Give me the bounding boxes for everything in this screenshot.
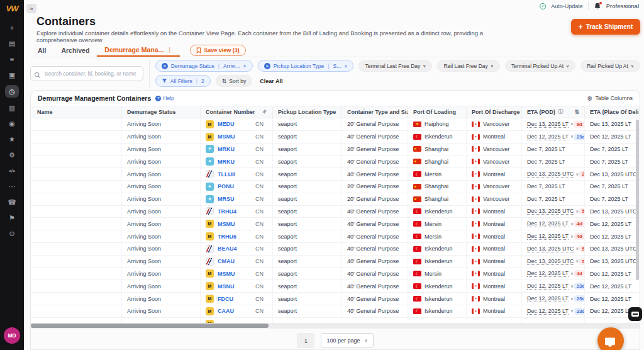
container-number-link[interactable]: MRKU [218, 159, 235, 165]
col-header-container-number[interactable]: Container Number [201, 106, 273, 118]
container-number-link[interactable]: MSNU [218, 283, 235, 290]
col-header-port-of-loading[interactable]: Port Of Loading [408, 106, 467, 118]
phone-icon[interactable]: ☎ [5, 196, 19, 208]
table-row[interactable]: Arriving Soon M MSMU CN seaport 40' Gene… [31, 218, 640, 230]
bar-chart-icon[interactable]: ▥ [5, 102, 19, 113]
auto-update-label[interactable]: Auto-Update [551, 3, 583, 9]
per-page-dropdown[interactable]: 100 per page ∨ [321, 333, 373, 348]
notifications-bell-icon[interactable] [594, 3, 601, 10]
plan-label[interactable]: Professional [606, 3, 639, 9]
table-row[interactable]: Arriving Soon ✶ PONU CN seaport 20' Gene… [31, 181, 640, 193]
tab-demurrage-mana[interactable]: Demurrage Mana...⋮ [97, 43, 180, 57]
col-header-demurrage-status[interactable]: Demurrage Status [122, 106, 201, 118]
filter-chip-terminal-last-free-day[interactable]: Terminal Last Free Day∨ [358, 60, 432, 72]
document-icon[interactable]: ▤ [5, 38, 19, 49]
track-shipment-button[interactable]: + Track Shipment [571, 19, 640, 35]
kebab-menu-icon[interactable]: ⋮ [167, 47, 172, 53]
clear-all-button[interactable]: Clear All [260, 78, 282, 84]
table-row[interactable]: Arriving Soon ✶ MRKU CN seaport 20' Gene… [31, 144, 640, 156]
note-widget-button[interactable] [628, 307, 642, 321]
user-avatar[interactable]: MD [4, 327, 20, 344]
help-link[interactable]: ? Help [155, 95, 174, 101]
container-number-link[interactable]: BEAU4 [218, 246, 237, 252]
container-number-link[interactable]: MSMU [218, 221, 235, 227]
tab-all[interactable]: All [30, 43, 53, 57]
info-icon[interactable]: ⓘ [558, 108, 564, 116]
save-view-button[interactable]: Save view (3) [190, 45, 246, 56]
table-columns-button[interactable]: ⚙ Table Columns [587, 95, 633, 102]
col-header-eta-place-of-delivery[interactable]: ETA (Place Of Deli [585, 106, 640, 118]
chevron-down-icon[interactable]: ∨ [570, 296, 574, 302]
filter-chip-rail-last-free-day[interactable]: Rail Last Free Day∨ [437, 60, 500, 72]
filter-chip-terminal-picked-up-at[interactable]: Terminal Picked Up At∨ [505, 60, 575, 72]
container-number-link[interactable]: MSMU [218, 133, 235, 140]
table-row[interactable]: Arriving Soon M MSMU CN seaport 40' Gene… [31, 268, 640, 281]
active-filter-chip[interactable]: ✕Demurrage Status|Arrivi...∨ [155, 60, 253, 72]
table-row[interactable]: Arriving Soon M MSMU CN seaport 40' Gene… [31, 131, 640, 144]
table-row[interactable]: M [31, 318, 640, 323]
container-number-link[interactable]: MSMU [218, 271, 235, 277]
horizontal-scrollbar-thumb[interactable] [31, 324, 269, 328]
table-row[interactable]: Arriving Soon ✶ MRSU CN seaport 20' Gene… [31, 193, 640, 206]
table-row[interactable]: Arriving Soon M MSNU CN seaport 40' Gene… [31, 280, 640, 293]
table-row[interactable]: Arriving Soon M CAAU CN seaport 40' Gene… [31, 305, 640, 318]
chevron-down-icon[interactable]: ∨ [570, 121, 574, 127]
vertical-scrollbar-thumb[interactable] [636, 120, 639, 280]
table-row[interactable]: Arriving Soon TRHU4 CN seaport 40' Gener… [31, 206, 640, 218]
col-header-eta-pod[interactable]: ETA (POD) ⓘ ⇅ [522, 106, 585, 118]
container-number-link[interactable]: CAAU [218, 308, 234, 314]
flag-icon[interactable]: ⚑ [5, 212, 19, 223]
remove-filter-icon[interactable]: ✕ [264, 63, 270, 69]
info-icon[interactable]: ◉ [5, 118, 19, 129]
chat-launcher-button[interactable] [597, 327, 624, 350]
search-input[interactable] [30, 66, 143, 81]
container-number-link[interactable]: MEDU [218, 121, 235, 127]
app-logo[interactable]: VW [6, 4, 18, 13]
table-row[interactable]: Arriving Soon M FDCU CN seaport 40' Gene… [31, 293, 640, 305]
chevron-down-icon[interactable]: ∨ [570, 308, 574, 313]
clock-icon[interactable]: ◷ [5, 85, 19, 98]
chevron-down-icon[interactable]: ∨ [570, 234, 574, 239]
pin-icon[interactable] [262, 109, 267, 116]
active-filter-chip[interactable]: ✕Pickup Location Type|S...∨ [258, 60, 354, 72]
col-header-name[interactable]: Name [31, 106, 122, 118]
table-row[interactable]: Arriving Soon CMAU CN seaport 40' Genera… [31, 256, 640, 268]
gear-icon[interactable]: ⚙ [5, 149, 19, 161]
table-row[interactable]: Arriving Soon BEAU4 CN seaport 40' Gener… [31, 243, 640, 256]
list-icon[interactable]: ≡ [5, 54, 19, 65]
star-icon[interactable]: ★ [5, 133, 19, 145]
sort-by-button[interactable]: ⇅ Sort by [216, 75, 252, 87]
container-number-link[interactable]: TRHU4 [218, 208, 236, 215]
table-row[interactable]: Arriving Soon M MEDU CN seaport 20' Gene… [31, 118, 640, 131]
container-number-link[interactable]: MRKU [218, 146, 235, 152]
more-icon[interactable]: ⋯ [5, 181, 19, 192]
sidebar-expand-button[interactable]: » [26, 4, 36, 13]
container-number-link[interactable]: PONU [218, 183, 234, 189]
col-header-port-of-discharge[interactable]: Port Of Discharge [467, 106, 522, 118]
tab-archived[interactable]: Archived [53, 43, 97, 57]
chevron-down-icon[interactable]: ∨ [570, 222, 574, 227]
chevron-down-icon[interactable]: ∨ [570, 134, 574, 139]
col-header-container-type-size[interactable]: Container Type and Size [342, 106, 408, 118]
table-row[interactable]: Arriving Soon M TRHU6 CN seaport 40' Gen… [31, 230, 640, 243]
code-icon[interactable]: </> [5, 165, 19, 176]
table-row[interactable]: Arriving Soon TLLU8 CN seaport 40' Gener… [31, 168, 640, 181]
remove-filter-icon[interactable]: ✕ [162, 63, 168, 69]
container-number-link[interactable]: FDCU [218, 296, 233, 302]
chevron-down-icon[interactable]: ∨ [570, 284, 574, 289]
table-row[interactable]: Arriving Soon ✶ MRKU CN seaport 40' Gene… [31, 155, 640, 168]
plus-icon[interactable]: + [5, 22, 19, 33]
container-number-link[interactable]: CMAU [218, 258, 235, 264]
container-number-link[interactable]: MRSU [218, 196, 235, 202]
horizontal-scrollbar[interactable] [31, 323, 640, 329]
container-number-link[interactable]: TLLU8 [218, 171, 235, 178]
power-icon[interactable]: ⊙ [5, 228, 19, 239]
col-header-pickup-location-type[interactable]: Pickup Location Type [273, 106, 342, 118]
column-sort-icon[interactable]: ⇅ [574, 109, 579, 115]
archive-icon[interactable]: ▣ [5, 69, 19, 81]
container-number-link[interactable]: TRHU6 [218, 234, 236, 240]
all-filters-button[interactable]: All Filters | 2 [155, 75, 211, 87]
chevron-down-icon[interactable]: ∨ [570, 271, 574, 276]
page-number-button[interactable]: 1 [297, 333, 314, 348]
filter-chip-rail-picked-up-at[interactable]: Rail Picked Up At∨ [580, 60, 640, 72]
